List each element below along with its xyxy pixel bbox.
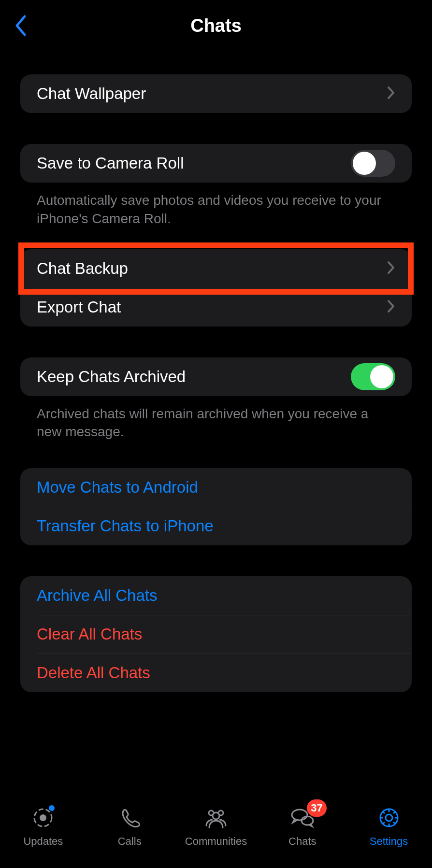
chevron-right-icon xyxy=(387,299,395,315)
row-move-android[interactable]: Move Chats to Android xyxy=(20,468,412,507)
header-bar: Chats xyxy=(0,0,432,53)
row-label: Transfer Chats to iPhone xyxy=(37,517,214,535)
row-chat-backup[interactable]: Chat Backup xyxy=(20,249,412,288)
group-archive-toggle: Keep Chats Archived Archived chats will … xyxy=(20,357,412,441)
tab-bar: Updates Calls Communities xyxy=(0,796,432,868)
toggle-save-camera-roll[interactable] xyxy=(351,150,395,177)
tab-label: Communities xyxy=(185,835,247,848)
svg-line-14 xyxy=(393,822,395,824)
tab-updates[interactable]: Updates xyxy=(7,804,79,848)
group-camera-backup: Save to Camera Roll Automatically save p… xyxy=(20,144,412,327)
cell-group: Save to Camera Roll xyxy=(20,144,412,183)
tab-calls[interactable]: Calls xyxy=(93,804,166,848)
row-transfer-iphone[interactable]: Transfer Chats to iPhone xyxy=(20,507,412,545)
page-title: Chats xyxy=(190,15,242,36)
svg-line-13 xyxy=(383,811,385,813)
cell-group: Archive All Chats Clear All Chats Delete… xyxy=(20,576,412,692)
gear-icon xyxy=(375,804,403,831)
tab-label: Settings xyxy=(370,835,408,848)
svg-point-6 xyxy=(302,816,313,825)
row-keep-archived[interactable]: Keep Chats Archived xyxy=(20,357,412,396)
row-save-camera-roll[interactable]: Save to Camera Roll xyxy=(20,144,412,183)
row-label: Chat Backup xyxy=(37,259,128,278)
chevron-right-icon xyxy=(387,260,395,277)
row-export-chat[interactable]: Export Chat xyxy=(20,288,412,327)
toggle-knob xyxy=(353,152,376,175)
tab-communities[interactable]: Communities xyxy=(180,804,252,848)
tab-settings[interactable]: Settings xyxy=(353,804,425,848)
group-wallpaper: Chat Wallpaper xyxy=(20,74,412,113)
row-archive-all[interactable]: Archive All Chats xyxy=(20,576,412,615)
tab-label: Calls xyxy=(118,835,142,848)
svg-line-16 xyxy=(383,822,385,824)
row-label: Export Chat xyxy=(37,298,121,316)
svg-point-4 xyxy=(213,812,219,819)
group-danger: Archive All Chats Clear All Chats Delete… xyxy=(20,576,412,692)
row-label: Chat Wallpaper xyxy=(37,85,146,103)
tab-chats[interactable]: 37 Chats xyxy=(266,804,339,848)
row-label: Archive All Chats xyxy=(37,586,157,605)
settings-content: Chat Wallpaper Save to Camera Roll Autom… xyxy=(0,74,432,692)
people-group-icon xyxy=(202,804,230,831)
svg-point-8 xyxy=(386,814,392,821)
cell-group: Move Chats to Android Transfer Chats to … xyxy=(20,468,412,545)
status-icon xyxy=(29,804,57,831)
badge-count: 37 xyxy=(307,799,326,817)
tab-label: Chats xyxy=(288,835,316,848)
row-delete-all[interactable]: Delete All Chats xyxy=(20,654,412,692)
cell-group: Keep Chats Archived xyxy=(20,357,412,396)
chevron-right-icon xyxy=(387,85,395,102)
phone-icon xyxy=(116,804,143,831)
chevron-left-icon xyxy=(14,14,28,37)
cell-group: Chat Wallpaper xyxy=(20,74,412,113)
cell-group: Chat Backup Export Chat xyxy=(20,249,412,327)
footer-keep-archived: Archived chats will remain archived when… xyxy=(20,396,412,441)
row-label: Save to Camera Roll xyxy=(37,154,184,172)
row-label: Keep Chats Archived xyxy=(37,368,186,386)
chat-bubbles-icon: 37 xyxy=(289,804,316,831)
row-label: Delete All Chats xyxy=(37,664,150,682)
back-button[interactable] xyxy=(9,14,33,38)
toggle-keep-archived[interactable] xyxy=(351,363,395,390)
footer-camera-roll: Automatically save photos and videos you… xyxy=(20,183,412,228)
group-transfer: Move Chats to Android Transfer Chats to … xyxy=(20,468,412,545)
row-label: Move Chats to Android xyxy=(37,478,198,497)
svg-point-1 xyxy=(40,814,46,821)
row-chat-wallpaper[interactable]: Chat Wallpaper xyxy=(20,74,412,113)
toggle-knob xyxy=(370,365,393,388)
tab-label: Updates xyxy=(23,835,63,848)
row-label: Clear All Chats xyxy=(37,625,142,643)
row-clear-all[interactable]: Clear All Chats xyxy=(20,615,412,654)
svg-line-15 xyxy=(393,811,395,813)
